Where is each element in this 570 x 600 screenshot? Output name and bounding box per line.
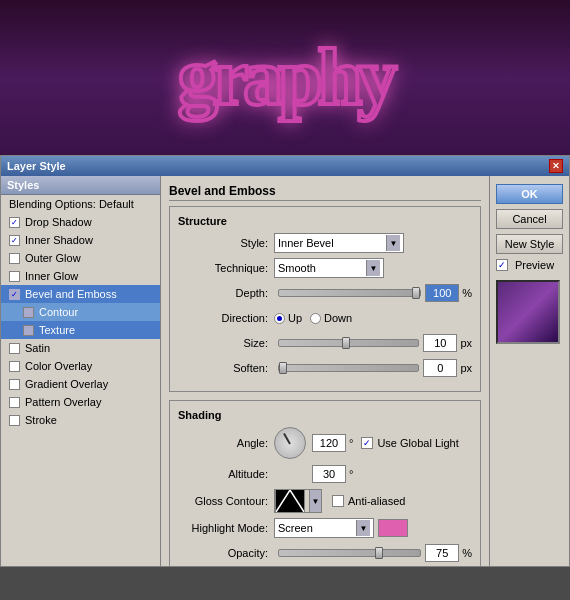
anti-aliased-checkbox[interactable] bbox=[332, 495, 344, 507]
angle-unit: ° bbox=[349, 437, 353, 449]
preview-thumbnail bbox=[496, 280, 560, 344]
highlight-opacity-label: Opacity: bbox=[178, 547, 268, 559]
highlight-mode-arrow: ▼ bbox=[356, 520, 370, 536]
direction-control: Up Down bbox=[274, 312, 472, 324]
depth-input[interactable] bbox=[425, 284, 459, 302]
direction-label: Direction: bbox=[178, 312, 268, 324]
pattern-overlay-checkbox[interactable] bbox=[9, 397, 20, 408]
soften-label: Soften: bbox=[178, 362, 268, 374]
new-style-button[interactable]: New Style bbox=[496, 234, 563, 254]
highlight-opacity-row: Opacity: % bbox=[178, 543, 472, 563]
ok-button[interactable]: OK bbox=[496, 184, 563, 204]
direction-down-circle bbox=[310, 313, 321, 324]
gradient-overlay-checkbox[interactable] bbox=[9, 379, 20, 390]
technique-dropdown[interactable]: Smooth ▼ bbox=[274, 258, 384, 278]
color-overlay-checkbox[interactable] bbox=[9, 361, 20, 372]
drop-shadow-checkbox[interactable]: ✓ bbox=[9, 217, 20, 228]
direction-down-radio[interactable]: Down bbox=[310, 312, 352, 324]
highlight-opacity-unit: % bbox=[462, 547, 472, 559]
bevel-emboss-checkbox[interactable]: ✓ bbox=[9, 289, 20, 300]
size-slider[interactable] bbox=[278, 339, 419, 347]
size-row: Size: px bbox=[178, 333, 472, 353]
angle-row: Angle: ° ✓ Use Global Light bbox=[178, 427, 472, 459]
direction-up-circle bbox=[274, 313, 285, 324]
shading-title: Shading bbox=[178, 409, 472, 421]
angle-input[interactable] bbox=[312, 434, 346, 452]
angle-dial[interactable] bbox=[274, 427, 306, 459]
size-label: Size: bbox=[178, 337, 268, 349]
gloss-contour-row: Gloss Contour: ▼ Anti-al bbox=[178, 489, 472, 513]
sidebar-item-inner-glow[interactable]: Inner Glow bbox=[1, 267, 160, 285]
angle-label: Angle: bbox=[178, 437, 268, 449]
use-global-light-checkbox[interactable]: ✓ bbox=[361, 437, 373, 449]
highlight-opacity-input[interactable] bbox=[425, 544, 459, 562]
depth-control: % bbox=[274, 284, 472, 302]
preview-label: Preview bbox=[515, 259, 554, 271]
canvas-preview: graphy bbox=[0, 0, 570, 155]
sidebar-item-texture[interactable]: Texture bbox=[1, 321, 160, 339]
technique-row: Technique: Smooth ▼ bbox=[178, 258, 472, 278]
style-row: Style: Inner Bevel ▼ bbox=[178, 233, 472, 253]
sidebar-item-satin[interactable]: Satin bbox=[1, 339, 160, 357]
direction-row: Direction: Up Down bbox=[178, 308, 472, 328]
contour-thumbnail bbox=[275, 489, 305, 513]
inner-glow-checkbox[interactable] bbox=[9, 271, 20, 282]
sidebar-item-blending[interactable]: Blending Options: Default bbox=[1, 195, 160, 213]
sidebar-item-stroke[interactable]: Stroke bbox=[1, 411, 160, 429]
sidebar-item-gradient-overlay[interactable]: Gradient Overlay bbox=[1, 375, 160, 393]
sidebar-item-contour[interactable]: Contour bbox=[1, 303, 160, 321]
angle-control: ° ✓ Use Global Light bbox=[274, 427, 472, 459]
soften-slider[interactable] bbox=[278, 364, 419, 372]
anti-aliased-label: Anti-aliased bbox=[348, 495, 405, 507]
dialog-close-button[interactable]: ✕ bbox=[549, 159, 563, 173]
sidebar-item-color-overlay[interactable]: Color Overlay bbox=[1, 357, 160, 375]
sidebar-item-inner-shadow[interactable]: ✓ Inner Shadow bbox=[1, 231, 160, 249]
stroke-checkbox[interactable] bbox=[9, 415, 20, 426]
depth-row: Depth: % bbox=[178, 283, 472, 303]
technique-control: Smooth ▼ bbox=[274, 258, 472, 278]
size-unit: px bbox=[460, 337, 472, 349]
size-input[interactable] bbox=[423, 334, 457, 352]
layer-style-dialog: Layer Style ✕ Styles Blending Options: D… bbox=[0, 155, 570, 567]
highlight-opacity-slider[interactable] bbox=[278, 549, 421, 557]
gloss-contour-dropdown[interactable]: ▼ bbox=[274, 489, 322, 513]
technique-label: Technique: bbox=[178, 262, 268, 274]
style-label: Style: bbox=[178, 237, 268, 249]
altitude-input[interactable] bbox=[312, 465, 346, 483]
canvas-preview-text: graphy bbox=[178, 32, 393, 123]
gloss-contour-label: Gloss Contour: bbox=[178, 495, 268, 507]
dialog-titlebar: Layer Style ✕ bbox=[1, 156, 569, 176]
soften-control: px bbox=[274, 359, 472, 377]
direction-up-radio[interactable]: Up bbox=[274, 312, 302, 324]
inner-shadow-checkbox[interactable]: ✓ bbox=[9, 235, 20, 246]
contour-checkbox[interactable] bbox=[23, 307, 34, 318]
outer-glow-checkbox[interactable] bbox=[9, 253, 20, 264]
soften-input[interactable] bbox=[423, 359, 457, 377]
size-control: px bbox=[274, 334, 472, 352]
highlight-mode-dropdown[interactable]: Screen ▼ bbox=[274, 518, 374, 538]
sidebar: Styles Blending Options: Default ✓ Drop … bbox=[1, 176, 161, 566]
sidebar-item-drop-shadow[interactable]: ✓ Drop Shadow bbox=[1, 213, 160, 231]
texture-checkbox[interactable] bbox=[23, 325, 34, 336]
highlight-opacity-control: % bbox=[274, 544, 472, 562]
altitude-row: Altitude: ° bbox=[178, 464, 472, 484]
contour-dropdown-arrow: ▼ bbox=[309, 490, 321, 512]
style-dropdown[interactable]: Inner Bevel ▼ bbox=[274, 233, 404, 253]
altitude-control: ° bbox=[274, 465, 472, 483]
cancel-button[interactable]: Cancel bbox=[496, 209, 563, 229]
style-control: Inner Bevel ▼ bbox=[274, 233, 472, 253]
sidebar-item-bevel-emboss[interactable]: ✓ Bevel and Emboss bbox=[1, 285, 160, 303]
sidebar-item-outer-glow[interactable]: Outer Glow bbox=[1, 249, 160, 267]
altitude-label: Altitude: bbox=[178, 468, 268, 480]
technique-dropdown-arrow: ▼ bbox=[366, 260, 380, 276]
satin-checkbox[interactable] bbox=[9, 343, 20, 354]
highlight-mode-row: Highlight Mode: Screen ▼ bbox=[178, 518, 472, 538]
depth-unit: % bbox=[462, 287, 472, 299]
right-buttons-panel: OK Cancel New Style ✓ Preview bbox=[489, 176, 569, 566]
preview-checkbox[interactable]: ✓ bbox=[496, 259, 508, 271]
highlight-mode-label: Highlight Mode: bbox=[178, 522, 268, 534]
soften-row: Soften: px bbox=[178, 358, 472, 378]
highlight-color-swatch[interactable] bbox=[378, 519, 408, 537]
sidebar-item-pattern-overlay[interactable]: Pattern Overlay bbox=[1, 393, 160, 411]
depth-slider[interactable] bbox=[278, 289, 421, 297]
